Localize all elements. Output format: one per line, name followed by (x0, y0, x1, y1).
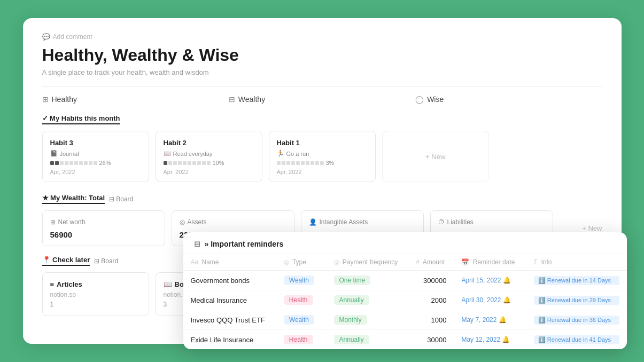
habit-card-2: Habit 2 📖 Read everyday 10 (156, 131, 262, 182)
type-badge: Health (284, 295, 313, 305)
type-badge: Wealth (284, 276, 314, 285)
block (60, 161, 64, 165)
info-badge: ℹ️ Renewal due in 36 Days (534, 316, 619, 325)
habit-1-pct: 3% (326, 160, 335, 166)
wise-icon: ◯ (415, 95, 424, 104)
habit-1-progress: 3% (277, 160, 368, 166)
row-date: May 12, 2022 🔔 (454, 330, 526, 350)
row-amount: 300000 (408, 271, 454, 290)
block (282, 161, 285, 165)
block (183, 161, 187, 165)
block (178, 161, 182, 165)
habit-1-title: Habit 1 (277, 139, 368, 147)
wealth-board-tab[interactable]: ⊟ Board (109, 195, 133, 203)
page-title: Healthy, Wealthy & Wise (42, 45, 602, 65)
table-row: Government bonds Wealth One time 300000 … (183, 271, 627, 290)
row-name: Exide Life Insurance (183, 330, 276, 350)
tab-healthy-label: Healthy (52, 95, 77, 104)
freq-badge: Annually (334, 295, 369, 305)
table-row: Invesco QQQ Trust ETF Wealth Monthly 100… (183, 310, 627, 330)
articles-count: 1 (50, 301, 141, 308)
date-value: April 30, 2022 🔔 (461, 296, 518, 304)
row-frequency: Monthly (327, 310, 409, 330)
habit-2-pct: 10% (213, 160, 224, 166)
row-type: Wealth (276, 271, 327, 290)
freq-badge: Monthly (334, 315, 367, 325)
block (301, 161, 305, 165)
table-row: Medical Insurance Health Annually 2000 A… (183, 290, 627, 310)
habits-section-title[interactable]: ✓ My Habits this month (42, 114, 120, 124)
type-badge: Wealth (284, 315, 314, 325)
habit-1-date: Apr, 2022 (277, 169, 368, 175)
type-badge: Health (284, 335, 313, 344)
wealthy-icon: ⊟ (229, 95, 235, 104)
page-subtitle: A single place to track your health, wea… (42, 68, 602, 76)
block (197, 161, 201, 165)
col-header-name: Aa Name (183, 254, 276, 271)
comment-icon: 💬 (42, 33, 50, 41)
row-frequency: Annually (327, 290, 409, 310)
block (50, 161, 54, 165)
assets-icon: ◎ (180, 218, 185, 226)
row-type: Health (276, 330, 327, 350)
tab-wise-label: Wise (427, 95, 444, 104)
checklater-board-tab[interactable]: ⊟ Board (94, 257, 118, 265)
networth-label: ⊞ Net worth (50, 218, 157, 226)
info-badge: ℹ️ Renewal due in 41 Days (534, 335, 619, 344)
habit-1-meta: 🏃 Go a run (277, 150, 368, 157)
reminder-header: ⊟ » Important reminders (183, 232, 627, 254)
info-badge: ℹ️ Renewal due in 29 Days (534, 296, 619, 305)
block (188, 161, 191, 165)
add-comment-button[interactable]: 💬 Add comment (42, 33, 602, 41)
block (168, 161, 172, 165)
wealth-section-title[interactable]: ★ My Wealth: Total (42, 194, 105, 204)
habit-1-label: Go a run (286, 151, 309, 157)
habit-2-label: Read everyday (173, 151, 213, 157)
row-amount: 2000 (408, 290, 454, 310)
reminder-card: ⊟ » Important reminders Aa Name ◎ Type ◎… (183, 232, 627, 349)
col-header-type: ◎ Type (276, 254, 327, 271)
habit-1-blocks (277, 161, 324, 165)
table-header-row: Aa Name ◎ Type ◎ Payment frequency # Amo… (183, 254, 627, 271)
assets-label: ◎ Assets (180, 218, 286, 226)
new-habit-label: New (431, 153, 445, 161)
checklater-section-title[interactable]: 📍 Check later (42, 256, 90, 266)
block (79, 161, 83, 165)
block (164, 161, 167, 165)
tab-wealthy-label: Wealthy (238, 95, 265, 104)
row-date: April 30, 2022 🔔 (454, 290, 526, 310)
block (277, 161, 281, 165)
articles-sub: notion.so (50, 291, 141, 298)
block (291, 161, 295, 165)
habit-3-pct: 26% (99, 160, 111, 166)
row-name: Invesco QQQ Trust ETF (183, 310, 276, 330)
habit-3-progress: 26% (50, 160, 141, 166)
block (94, 161, 97, 165)
freq-badge: Annually (334, 335, 369, 344)
tab-healthy[interactable]: ⊞ Healthy (42, 94, 229, 105)
networth-value: 56900 (50, 230, 157, 239)
block (286, 161, 290, 165)
row-type: Health (276, 290, 327, 310)
habit-2-title: Habit 2 (164, 139, 254, 147)
date-value: April 15, 2022 🔔 (461, 277, 518, 284)
date-value: May 7, 2022 🔔 (461, 316, 518, 324)
wealth-section-header: ★ My Wealth: Total ⊟ Board (42, 194, 602, 204)
reminder-header-icon: ⊟ (194, 240, 200, 248)
reminder-header-label: » Important reminders (205, 240, 284, 248)
new-habit-button[interactable]: + New (382, 131, 489, 182)
habit-3-date: Apr, 2022 (50, 169, 141, 175)
habit-2-date: Apr, 2022 (164, 169, 254, 175)
tab-wise[interactable]: ◯ Wise (415, 94, 602, 105)
row-amount: 30000 (408, 330, 454, 350)
tab-wealthy[interactable]: ⊟ Wealthy (229, 94, 415, 105)
col-header-amount: # Amount (408, 254, 454, 271)
habit-card-1: Habit 1 🏃 Go a run 3% (269, 131, 376, 182)
row-date: April 15, 2022 🔔 (454, 271, 526, 290)
intangible-icon: 👤 (309, 218, 317, 226)
block (89, 161, 92, 165)
liabilities-label: ⏱ Liabilities (438, 218, 545, 226)
block (306, 161, 309, 165)
habit-2-progress: 10% (164, 160, 254, 166)
block (207, 161, 211, 165)
